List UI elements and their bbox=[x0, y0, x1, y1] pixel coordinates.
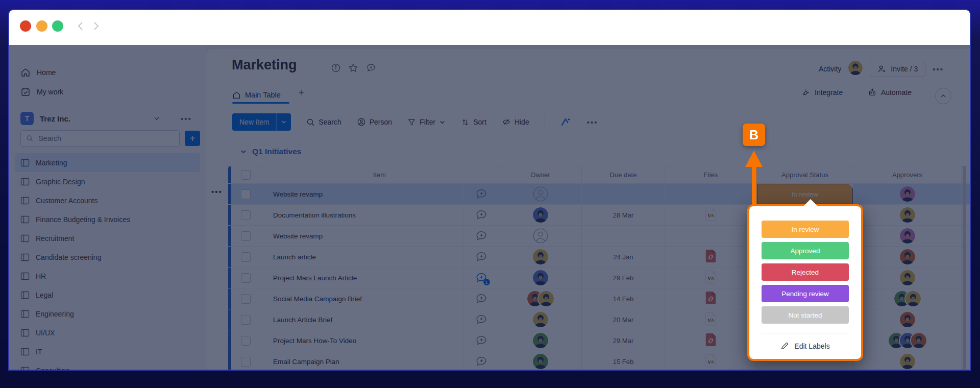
screenshot-stage: Home My work T Trez Inc. ••• + bbox=[0, 0, 980, 388]
annotation-badge: B bbox=[743, 124, 765, 146]
annotation-arrow-line bbox=[752, 166, 756, 205]
minimize-window-button[interactable] bbox=[36, 20, 47, 32]
pencil-icon bbox=[780, 342, 789, 350]
close-window-button[interactable] bbox=[20, 20, 31, 32]
edit-labels-button[interactable]: Edit Labels bbox=[780, 342, 829, 350]
status-option-pending-review[interactable]: Pending review bbox=[762, 285, 849, 302]
popup-divider bbox=[762, 333, 849, 333]
popup-caret bbox=[803, 199, 818, 206]
window-titlebar bbox=[9, 10, 970, 45]
browser-window: Home My work T Trez Inc. ••• + bbox=[8, 9, 971, 371]
status-option-not-started[interactable]: Not started bbox=[762, 306, 849, 324]
edit-labels-label: Edit Labels bbox=[794, 342, 829, 350]
status-option-rejected[interactable]: Rejected bbox=[762, 263, 849, 281]
status-option-in-review[interactable]: In review bbox=[762, 221, 849, 238]
maximize-window-button[interactable] bbox=[52, 20, 63, 32]
status-label-popup: In reviewApprovedRejectedPending reviewN… bbox=[747, 204, 863, 361]
annotation-arrowhead bbox=[745, 151, 763, 167]
status-options: In reviewApprovedRejectedPending reviewN… bbox=[762, 221, 849, 328]
back-icon[interactable] bbox=[76, 20, 87, 32]
status-option-approved[interactable]: Approved bbox=[762, 242, 849, 259]
forward-icon[interactable] bbox=[90, 20, 101, 32]
